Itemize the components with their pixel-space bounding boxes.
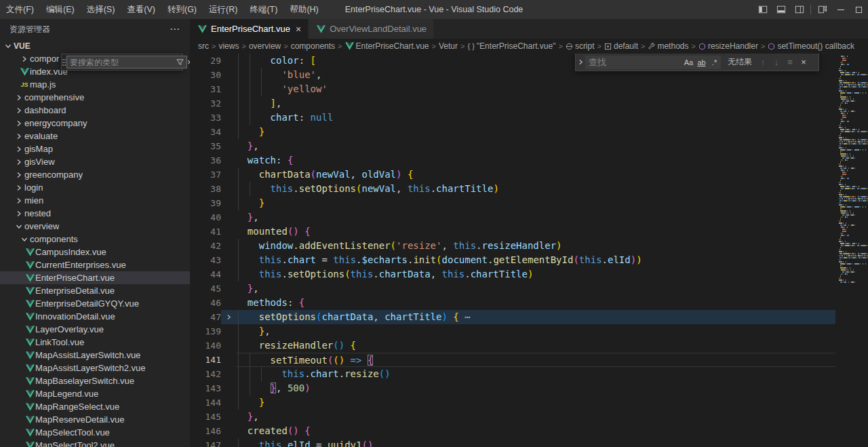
- tree-item-CampusIndex.vue[interactable]: CampusIndex.vue: [0, 246, 190, 258]
- breadcrumb-item[interactable]: src: [198, 41, 209, 51]
- tab-EnterPriseChart.vue[interactable]: EnterPriseChart.vue×: [190, 19, 308, 39]
- layout-panel-icon[interactable]: [772, 0, 790, 19]
- tree-item-greencompany[interactable]: greencompany: [0, 168, 190, 181]
- breadcrumb-item[interactable]: resizeHandler: [698, 41, 758, 51]
- fold-chevron-icon[interactable]: [221, 310, 236, 324]
- code-line-45[interactable]: 45 },: [190, 281, 868, 296]
- customize-layout-icon[interactable]: [813, 0, 831, 19]
- tree-item-MapRangeSelect.vue[interactable]: MapRangeSelect.vue: [0, 400, 190, 413]
- menu-item[interactable]: 编辑(E): [40, 0, 81, 19]
- breadcrumb-item[interactable]: overview: [249, 41, 281, 51]
- code-line-35[interactable]: 35 },: [190, 139, 868, 153]
- tree-item-components[interactable]: components: [0, 233, 190, 246]
- find-previous-icon[interactable]: ↑: [756, 57, 770, 67]
- tree-item-MapSelectTool.vue[interactable]: MapSelectTool.vue: [0, 426, 190, 439]
- tree-item-CurrentEnterprises.vue[interactable]: CurrentEnterprises.vue: [0, 258, 190, 271]
- tree-item-EnterpriseDetailGYQY.vue[interactable]: EnterpriseDetailGYQY.vue: [0, 297, 190, 310]
- code-line-37[interactable]: 37 chartData(newVal, oldVal) {: [190, 168, 868, 182]
- maximize-icon[interactable]: [850, 0, 868, 19]
- tree-filter-input[interactable]: [70, 58, 175, 67]
- breadcrumb-item[interactable]: views: [218, 41, 239, 51]
- regex-icon[interactable]: .*: [708, 58, 721, 66]
- code-line-36[interactable]: 36 watch: {: [190, 153, 868, 168]
- menu-item[interactable]: 查看(V): [121, 0, 161, 19]
- more-actions-icon[interactable]: ⋯: [170, 23, 180, 35]
- minimap[interactable]: [835, 54, 868, 447]
- toggle-replace-icon[interactable]: [576, 59, 585, 65]
- tree-item-dashboard[interactable]: dashboard: [0, 104, 190, 117]
- tree-item-overview[interactable]: overview: [0, 220, 190, 233]
- breadcrumb-item[interactable]: default: [604, 41, 638, 51]
- layout-sidebar-icon[interactable]: [753, 0, 772, 19]
- breadcrumb-item[interactable]: script: [566, 41, 595, 51]
- tree-item-InnovationDetail.vue[interactable]: InnovationDetail.vue: [0, 310, 190, 323]
- tree-item-mien[interactable]: mien: [0, 194, 190, 207]
- code-line-145[interactable]: 145 },: [190, 410, 868, 424]
- code-line-38[interactable]: 38 this.setOptions(newVal, this.chartTit…: [190, 182, 868, 196]
- tree-item-MapSelectTool2.vue[interactable]: MapSelectTool2.vue: [0, 439, 190, 447]
- menu-item[interactable]: 转到(G): [161, 0, 203, 19]
- code-line-39[interactable]: 39 }: [190, 196, 868, 210]
- code-line-47[interactable]: 47 setOptions(chartData, chartTitle) { ⋯: [190, 310, 868, 324]
- menu-item[interactable]: 选择(S): [81, 0, 121, 19]
- tree-item-MapBaselayerSwitch.vue[interactable]: MapBaselayerSwitch.vue: [0, 374, 190, 387]
- tree-item-gisView[interactable]: gisView: [0, 155, 190, 168]
- breadcrumb-item[interactable]: setTimeout() callback: [768, 41, 854, 51]
- find-input[interactable]: [585, 57, 682, 67]
- tree-item-MapAssistLayerSwitch.vue[interactable]: MapAssistLayerSwitch.vue: [0, 349, 190, 362]
- code-line-142[interactable]: 142 this.chart.resize(): [190, 367, 868, 381]
- tree-item-evaluate[interactable]: evaluate: [0, 130, 190, 142]
- code-line-41[interactable]: 41 mounted() {: [190, 225, 868, 239]
- code-line-32[interactable]: 32 ],: [190, 96, 868, 111]
- code-area[interactable]: 29 color: [30 'blue',31 'yellow'32 ],33 …: [190, 54, 868, 447]
- find-in-selection-icon[interactable]: ≡: [783, 57, 797, 67]
- menu-item[interactable]: 文件(F): [0, 0, 40, 19]
- layout-sidebar-right-icon[interactable]: [790, 0, 808, 19]
- breadcrumb-item[interactable]: Vetur: [439, 41, 458, 51]
- tree-item-LinkTool.vue[interactable]: LinkTool.vue: [0, 336, 190, 349]
- tree-item-gisMap[interactable]: gisMap: [0, 142, 190, 155]
- code-line-44[interactable]: 44 this.setOptions(this.chartData, this.…: [190, 267, 868, 281]
- code-line-42[interactable]: 42 window.addEventListener('resize', thi…: [190, 239, 868, 253]
- code-line-146[interactable]: 146 created() {: [190, 424, 868, 438]
- code-line-33[interactable]: 33 chart: null: [190, 111, 868, 125]
- tree-item-MapAssistLayerSwitch2.vue[interactable]: MapAssistLayerSwitch2.vue: [0, 362, 190, 374]
- find-next-icon[interactable]: ↓: [770, 57, 783, 67]
- menu-item[interactable]: 终端(T): [243, 0, 283, 19]
- minimize-icon[interactable]: [831, 0, 850, 19]
- code-line-40[interactable]: 40 },: [190, 210, 868, 225]
- tree-item-EnterpriseDetail.vue[interactable]: EnterpriseDetail.vue: [0, 284, 190, 297]
- tree-item-LayerOverlay.vue[interactable]: LayerOverlay.vue: [0, 323, 190, 336]
- tree-item-MapReserveDetail.vue[interactable]: MapReserveDetail.vue: [0, 413, 190, 426]
- tree-item-energycompany[interactable]: energycompany: [0, 117, 190, 130]
- breadcrumb-item[interactable]: components: [291, 41, 335, 51]
- tree-item-map.js[interactable]: JSmap.js: [0, 78, 190, 91]
- menu-item[interactable]: 运行(R): [203, 0, 243, 19]
- tree-item-EnterPriseChart.vue[interactable]: EnterPriseChart.vue: [0, 271, 190, 284]
- whole-word-icon[interactable]: ab: [695, 58, 708, 66]
- tab-OverViewLandDetail.vue[interactable]: OverViewLandDetail.vue: [309, 19, 433, 39]
- code-line-43[interactable]: 43 this.chart = this.$echarts.init(docum…: [190, 253, 868, 267]
- tree-item-login[interactable]: login: [0, 181, 190, 194]
- code-line-46[interactable]: 46 methods: {: [190, 296, 868, 310]
- find-close-icon[interactable]: ×: [797, 57, 810, 67]
- code-line-31[interactable]: 31 'yellow': [190, 82, 868, 96]
- code-line-139[interactable]: 139 },: [190, 324, 868, 338]
- code-line-144[interactable]: 144 }: [190, 395, 868, 410]
- code-line-140[interactable]: 140 resizeHandler() {: [190, 338, 868, 353]
- tab-close-icon[interactable]: ×: [296, 24, 301, 34]
- tree-item-comprehensive[interactable]: comprehensive: [0, 91, 190, 104]
- menu-item[interactable]: 帮助(H): [283, 0, 324, 19]
- tree-root-vue[interactable]: VUE: [0, 39, 190, 52]
- filter-close-icon[interactable]: ×: [187, 57, 190, 67]
- code-line-141[interactable]: 141 setTimeout(() => {: [190, 353, 868, 367]
- code-line-143[interactable]: 143 }, 500): [190, 381, 868, 395]
- breadcrumb-item[interactable]: { }"EnterPriseChart.vue": [467, 41, 555, 51]
- match-case-icon[interactable]: Aa: [682, 58, 695, 66]
- tree-item-nested[interactable]: nested: [0, 207, 190, 220]
- code-line-147[interactable]: 147 this.elId = uuidv1(): [190, 438, 868, 447]
- filter-funnel-icon[interactable]: [175, 58, 185, 66]
- breadcrumb-item[interactable]: EnterPriseChart.vue: [345, 41, 429, 51]
- breadcrumb-item[interactable]: methods: [648, 41, 688, 51]
- tree-item-MapLegend.vue[interactable]: MapLegend.vue: [0, 387, 190, 400]
